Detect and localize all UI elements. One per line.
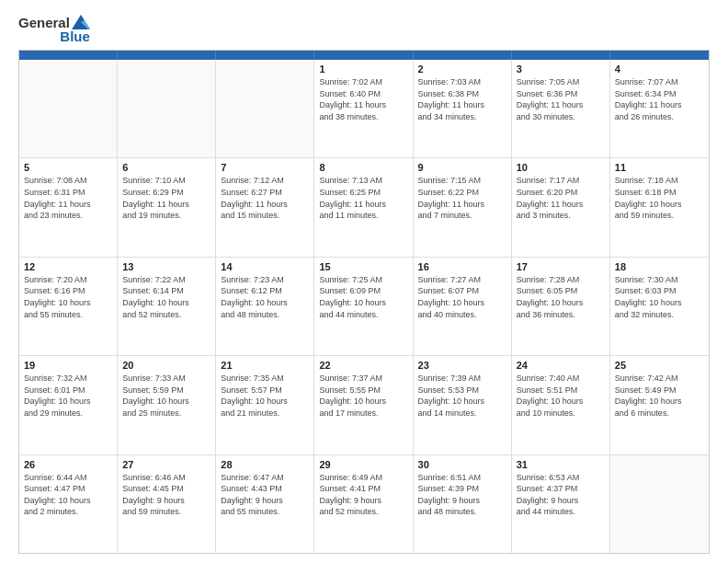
cell-info: Sunrise: 7:37 AM Sunset: 5:55 PM Dayligh… <box>319 373 407 419</box>
day-number: 8 <box>319 162 407 173</box>
day-number: 7 <box>221 162 309 173</box>
day-number: 23 <box>418 360 506 371</box>
cell-info: Sunrise: 6:44 AM Sunset: 4:47 PM Dayligh… <box>24 472 112 518</box>
calendar-cell: 2Sunrise: 7:03 AM Sunset: 6:38 PM Daylig… <box>414 60 512 157</box>
calendar-cell: 26Sunrise: 6:44 AM Sunset: 4:47 PM Dayli… <box>19 455 118 553</box>
calendar-body: 1Sunrise: 7:02 AM Sunset: 6:40 PM Daylig… <box>19 60 709 553</box>
calendar-cell: 20Sunrise: 7:33 AM Sunset: 5:59 PM Dayli… <box>118 356 216 454</box>
calendar-cell: 21Sunrise: 7:35 AM Sunset: 5:57 PM Dayli… <box>216 356 314 454</box>
weekday-monday <box>118 51 216 60</box>
cell-info: Sunrise: 6:49 AM Sunset: 4:41 PM Dayligh… <box>319 472 407 518</box>
header: GeneralBlue <box>18 15 710 44</box>
calendar-row-3: 12Sunrise: 7:20 AM Sunset: 6:16 PM Dayli… <box>19 258 709 356</box>
cell-info: Sunrise: 6:51 AM Sunset: 4:39 PM Dayligh… <box>418 472 506 518</box>
calendar-cell: 14Sunrise: 7:23 AM Sunset: 6:12 PM Dayli… <box>216 258 314 355</box>
calendar-cell: 7Sunrise: 7:12 AM Sunset: 6:27 PM Daylig… <box>216 158 314 256</box>
cell-info: Sunrise: 7:42 AM Sunset: 5:49 PM Dayligh… <box>615 373 704 419</box>
calendar-cell: 16Sunrise: 7:27 AM Sunset: 6:07 PM Dayli… <box>414 258 512 355</box>
day-number: 1 <box>319 63 407 75</box>
cell-info: Sunrise: 7:18 AM Sunset: 6:18 PM Dayligh… <box>615 175 704 221</box>
cell-info: Sunrise: 7:33 AM Sunset: 5:59 PM Dayligh… <box>122 373 210 419</box>
weekday-saturday <box>610 51 709 60</box>
cell-info: Sunrise: 7:20 AM Sunset: 6:16 PM Dayligh… <box>24 274 112 320</box>
calendar-cell: 31Sunrise: 6:53 AM Sunset: 4:37 PM Dayli… <box>512 455 610 553</box>
weekday-wednesday <box>314 51 413 60</box>
cell-info: Sunrise: 7:25 AM Sunset: 6:09 PM Dayligh… <box>319 274 407 320</box>
calendar-cell: 23Sunrise: 7:39 AM Sunset: 5:53 PM Dayli… <box>414 356 512 454</box>
calendar-cell: 1Sunrise: 7:02 AM Sunset: 6:40 PM Daylig… <box>314 60 413 157</box>
calendar-cell: 15Sunrise: 7:25 AM Sunset: 6:09 PM Dayli… <box>314 258 413 355</box>
day-number: 15 <box>319 261 407 272</box>
calendar-row-1: 1Sunrise: 7:02 AM Sunset: 6:40 PM Daylig… <box>19 60 709 158</box>
cell-info: Sunrise: 7:08 AM Sunset: 6:31 PM Dayligh… <box>24 175 112 221</box>
cell-info: Sunrise: 7:07 AM Sunset: 6:34 PM Dayligh… <box>615 76 704 122</box>
day-number: 9 <box>418 162 506 173</box>
calendar-cell: 4Sunrise: 7:07 AM Sunset: 6:34 PM Daylig… <box>610 60 709 157</box>
calendar-cell <box>118 60 216 157</box>
cell-info: Sunrise: 7:30 AM Sunset: 6:03 PM Dayligh… <box>615 274 704 320</box>
cell-info: Sunrise: 7:03 AM Sunset: 6:38 PM Dayligh… <box>418 76 506 122</box>
day-number: 28 <box>221 459 309 470</box>
day-number: 16 <box>418 261 506 272</box>
calendar-cell: 22Sunrise: 7:37 AM Sunset: 5:55 PM Dayli… <box>314 356 413 454</box>
cell-info: Sunrise: 6:46 AM Sunset: 4:45 PM Dayligh… <box>122 472 210 518</box>
cell-info: Sunrise: 7:27 AM Sunset: 6:07 PM Dayligh… <box>418 274 506 320</box>
calendar-cell: 13Sunrise: 7:22 AM Sunset: 6:14 PM Dayli… <box>118 258 216 355</box>
calendar-cell: 30Sunrise: 6:51 AM Sunset: 4:39 PM Dayli… <box>414 455 512 553</box>
weekday-thursday <box>414 51 512 60</box>
day-number: 20 <box>122 360 210 371</box>
day-number: 30 <box>418 459 506 470</box>
cell-info: Sunrise: 7:13 AM Sunset: 6:25 PM Dayligh… <box>319 175 407 221</box>
calendar-row-2: 5Sunrise: 7:08 AM Sunset: 6:31 PM Daylig… <box>19 158 709 257</box>
calendar-row-4: 19Sunrise: 7:32 AM Sunset: 6:01 PM Dayli… <box>19 356 709 454</box>
calendar-header <box>19 51 709 60</box>
weekday-tuesday <box>216 51 314 60</box>
day-number: 29 <box>319 459 407 470</box>
calendar-cell: 10Sunrise: 7:17 AM Sunset: 6:20 PM Dayli… <box>512 158 610 256</box>
cell-info: Sunrise: 7:17 AM Sunset: 6:20 PM Dayligh… <box>517 175 605 221</box>
calendar-cell: 25Sunrise: 7:42 AM Sunset: 5:49 PM Dayli… <box>610 356 709 454</box>
day-number: 4 <box>615 63 704 75</box>
cell-info: Sunrise: 7:02 AM Sunset: 6:40 PM Dayligh… <box>319 76 407 122</box>
calendar-cell: 5Sunrise: 7:08 AM Sunset: 6:31 PM Daylig… <box>19 158 118 256</box>
cell-info: Sunrise: 7:10 AM Sunset: 6:29 PM Dayligh… <box>122 175 210 221</box>
calendar-cell <box>610 455 709 553</box>
cell-info: Sunrise: 7:15 AM Sunset: 6:22 PM Dayligh… <box>418 175 506 221</box>
day-number: 25 <box>615 360 704 371</box>
logo: GeneralBlue <box>18 15 90 44</box>
calendar-cell: 12Sunrise: 7:20 AM Sunset: 6:16 PM Dayli… <box>19 258 118 355</box>
weekday-friday <box>512 51 610 60</box>
calendar-cell: 17Sunrise: 7:28 AM Sunset: 6:05 PM Dayli… <box>512 258 610 355</box>
cell-info: Sunrise: 7:05 AM Sunset: 6:36 PM Dayligh… <box>517 76 605 122</box>
day-number: 24 <box>517 360 605 371</box>
cell-info: Sunrise: 7:39 AM Sunset: 5:53 PM Dayligh… <box>418 373 506 419</box>
day-number: 26 <box>24 459 112 470</box>
day-number: 14 <box>221 261 309 272</box>
day-number: 3 <box>517 63 605 75</box>
weekday-sunday <box>19 51 118 60</box>
calendar-cell: 24Sunrise: 7:40 AM Sunset: 5:51 PM Dayli… <box>512 356 610 454</box>
cell-info: Sunrise: 7:22 AM Sunset: 6:14 PM Dayligh… <box>122 274 210 320</box>
day-number: 5 <box>24 162 112 173</box>
day-number: 22 <box>319 360 407 371</box>
day-number: 21 <box>221 360 309 371</box>
cell-info: Sunrise: 7:23 AM Sunset: 6:12 PM Dayligh… <box>221 274 309 320</box>
calendar-cell: 19Sunrise: 7:32 AM Sunset: 6:01 PM Dayli… <box>19 356 118 454</box>
calendar-cell: 27Sunrise: 6:46 AM Sunset: 4:45 PM Dayli… <box>118 455 216 553</box>
calendar-cell: 28Sunrise: 6:47 AM Sunset: 4:43 PM Dayli… <box>216 455 314 553</box>
cell-info: Sunrise: 7:28 AM Sunset: 6:05 PM Dayligh… <box>517 274 605 320</box>
cell-info: Sunrise: 7:12 AM Sunset: 6:27 PM Dayligh… <box>221 175 309 221</box>
logo-icon <box>72 15 90 29</box>
calendar-cell: 18Sunrise: 7:30 AM Sunset: 6:03 PM Dayli… <box>610 258 709 355</box>
day-number: 12 <box>24 261 112 272</box>
day-number: 19 <box>24 360 112 371</box>
day-number: 31 <box>517 459 605 470</box>
cell-info: Sunrise: 7:35 AM Sunset: 5:57 PM Dayligh… <box>221 373 309 419</box>
day-number: 18 <box>615 261 704 272</box>
calendar-cell: 6Sunrise: 7:10 AM Sunset: 6:29 PM Daylig… <box>118 158 216 256</box>
calendar-cell: 29Sunrise: 6:49 AM Sunset: 4:41 PM Dayli… <box>314 455 413 553</box>
day-number: 13 <box>122 261 210 272</box>
day-number: 27 <box>122 459 210 470</box>
cell-info: Sunrise: 7:40 AM Sunset: 5:51 PM Dayligh… <box>517 373 605 419</box>
calendar-cell: 3Sunrise: 7:05 AM Sunset: 6:36 PM Daylig… <box>512 60 610 157</box>
